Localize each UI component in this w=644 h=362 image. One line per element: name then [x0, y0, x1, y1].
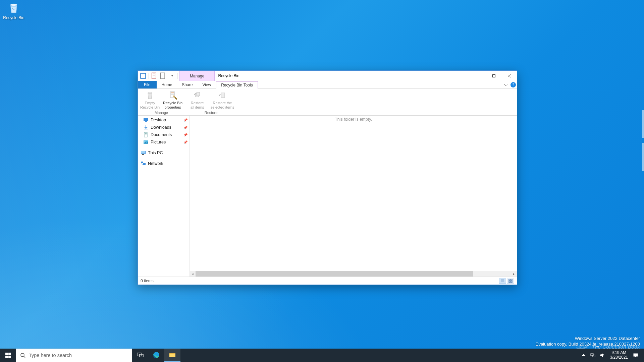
taskbar-apps [132, 349, 180, 362]
taskbar-clock[interactable]: 9:19 AM 3/28/2021 [607, 351, 631, 360]
svg-rect-21 [144, 129, 148, 129]
file-explorer-icon [169, 351, 176, 359]
navigation-pane[interactable]: Desktop 📌 Downloads 📌 Documents 📌 Pictur… [138, 116, 190, 277]
qat-customize-dropdown[interactable] [168, 72, 175, 79]
large-icons-view-button[interactable] [507, 278, 514, 284]
nav-item-network[interactable]: Network [138, 160, 190, 167]
svg-line-44 [24, 356, 25, 358]
qat-new-folder-icon[interactable] [160, 72, 166, 79]
ribbon: Empty Recycle Bin Recycle Bin properties… [138, 89, 517, 116]
watermark-line1: Windows Server 2022 Datacenter [536, 336, 640, 342]
system-tray: 9:19 AM 3/28/2021 [579, 349, 644, 362]
details-view-button[interactable] [499, 278, 506, 284]
nav-item-documents[interactable]: Documents 📌 [138, 131, 190, 138]
pictures-icon [143, 139, 149, 145]
content-pane[interactable]: This folder is empty. ◂ ▸ [190, 116, 517, 277]
tab-share[interactable]: Share [177, 81, 198, 88]
clock-date: 3/28/2021 [610, 355, 628, 360]
window-peek-strip [642, 143, 644, 171]
svg-rect-20 [145, 121, 147, 122]
app-icon[interactable] [140, 72, 147, 79]
nav-item-downloads[interactable]: Downloads 📌 [138, 124, 190, 131]
qat-properties-icon[interactable] [151, 72, 158, 79]
status-bar: 0 items [138, 277, 517, 285]
tab-file[interactable]: File [138, 81, 157, 88]
svg-rect-51 [634, 354, 638, 356]
scroll-right-button[interactable]: ▸ [511, 271, 517, 277]
ribbon-group-label: Restore [186, 110, 235, 115]
svg-rect-28 [141, 151, 145, 154]
restore-selected-icon [217, 90, 228, 100]
tab-home[interactable]: Home [157, 81, 177, 88]
chevron-up-icon [581, 353, 586, 358]
edge-browser-button[interactable] [148, 349, 164, 362]
svg-rect-23 [145, 133, 147, 134]
tray-network-icon[interactable] [589, 349, 597, 362]
svg-rect-29 [142, 154, 144, 155]
nav-item-desktop[interactable]: Desktop 📌 [138, 116, 190, 124]
tray-overflow-button[interactable] [579, 349, 588, 362]
nav-item-pictures[interactable]: Pictures 📌 [138, 138, 190, 146]
restore-selected-items-button[interactable]: Restore the selected items [209, 89, 235, 110]
speaker-icon [600, 353, 605, 358]
taskbar: Type here to search 9:19 AM 3/28/2021 [0, 349, 644, 362]
ribbon-group-label: Manage [139, 110, 183, 115]
maximize-button[interactable] [486, 71, 501, 81]
svg-rect-22 [144, 132, 147, 137]
this-pc-icon [141, 150, 146, 156]
svg-rect-8 [492, 74, 495, 77]
scroll-thumb[interactable] [196, 271, 473, 277]
tab-view[interactable]: View [198, 81, 216, 88]
desktop[interactable]: Recycle Bin Windows Server 2022 Datacent… [0, 0, 644, 362]
window-title: Recycle Bin [215, 71, 471, 81]
svg-rect-17 [197, 92, 200, 96]
svg-rect-15 [171, 95, 174, 95]
file-explorer-button[interactable] [164, 349, 180, 362]
task-view-icon [137, 351, 144, 359]
window-peek-strip [642, 110, 644, 138]
desktop-recycle-bin[interactable]: Recycle Bin [1, 1, 26, 20]
empty-recycle-bin-button[interactable]: Empty Recycle Bin [139, 89, 161, 110]
minimize-button[interactable] [471, 71, 486, 81]
start-button[interactable] [0, 349, 16, 362]
network-icon [141, 161, 146, 166]
collapse-ribbon-button[interactable] [502, 81, 509, 88]
scroll-left-button[interactable]: ◂ [190, 271, 196, 277]
view-mode-buttons [499, 278, 514, 284]
notification-icon [633, 353, 638, 358]
qat-separator [149, 73, 149, 79]
help-icon: ? [511, 82, 516, 87]
recycle-bin-properties-button[interactable]: Recycle Bin properties [162, 89, 183, 110]
svg-point-26 [145, 141, 146, 142]
file-explorer-window: Manage Recycle Bin File Home Share View … [138, 70, 517, 285]
svg-rect-24 [145, 134, 147, 134]
ribbon-group-manage: Empty Recycle Bin Recycle Bin properties… [138, 89, 185, 115]
svg-point-43 [21, 353, 24, 357]
svg-rect-48 [169, 353, 175, 354]
tab-recycle-bin-tools[interactable]: Recycle Bin Tools [216, 81, 258, 89]
horizontal-scrollbar[interactable]: ◂ ▸ [190, 271, 517, 277]
empty-bin-icon [144, 90, 156, 100]
nav-item-this-pc[interactable]: This PC [138, 149, 190, 157]
close-button[interactable] [501, 71, 517, 81]
restore-all-items-button[interactable]: Restore all items [186, 89, 208, 110]
help-button[interactable]: ? [509, 81, 517, 88]
status-item-count: 0 items [141, 279, 154, 283]
windows-logo-icon [5, 353, 11, 358]
window-controls [471, 71, 517, 81]
search-placeholder: Type here to search [29, 353, 72, 358]
svg-rect-6 [161, 73, 165, 79]
taskbar-search[interactable]: Type here to search [16, 349, 132, 362]
tray-volume-icon[interactable] [598, 349, 607, 362]
svg-rect-41 [5, 356, 8, 358]
pin-icon: 📌 [183, 140, 187, 144]
task-view-button[interactable] [132, 349, 148, 362]
svg-point-0 [10, 4, 17, 6]
empty-folder-message: This folder is empty. [190, 117, 517, 122]
action-center-button[interactable] [631, 349, 640, 362]
titlebar[interactable]: Manage Recycle Bin [138, 71, 517, 81]
pin-icon: 📌 [183, 118, 187, 122]
scroll-track[interactable] [196, 271, 511, 277]
svg-rect-30 [141, 162, 143, 163]
svg-rect-49 [591, 354, 593, 356]
